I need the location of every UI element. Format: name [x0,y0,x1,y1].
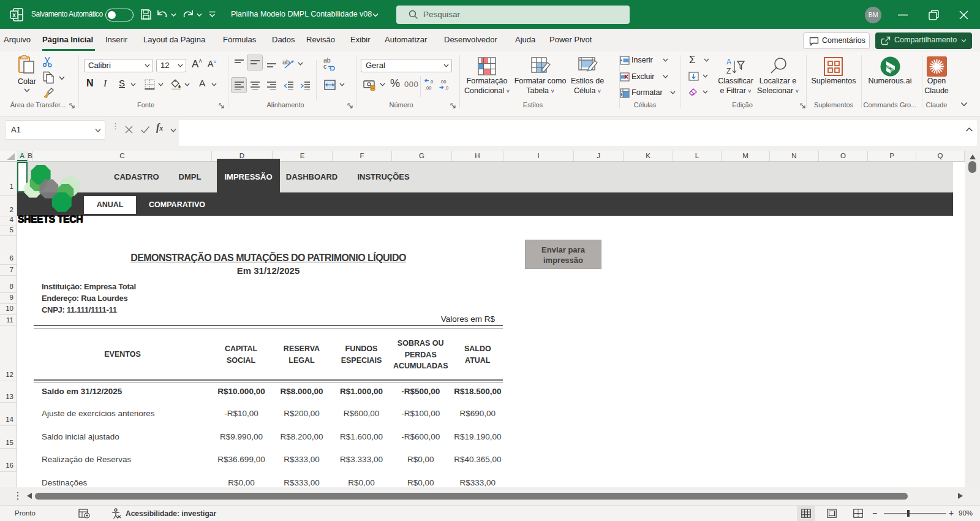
svg-text:A: A [726,58,731,66]
svg-text:.00: .00 [440,79,446,85]
svg-text:.0: .0 [445,85,448,91]
svg-text:c: c [323,63,326,70]
svg-text:.00: .00 [425,85,431,91]
svg-text:Z: Z [726,67,731,75]
svg-text:.0: .0 [429,79,433,85]
